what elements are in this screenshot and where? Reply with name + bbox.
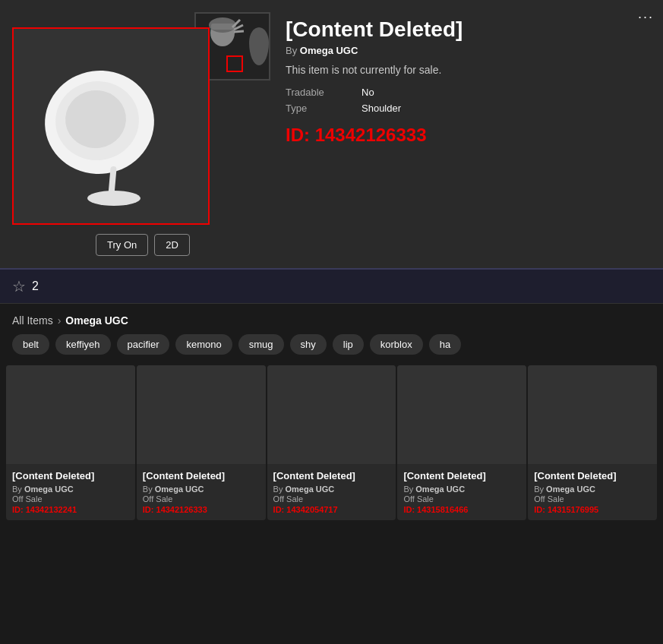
catalog-item-info-2: [Content Deleted] By Omega UGC Off Sale … (267, 464, 396, 520)
red-highlight-box (226, 55, 243, 72)
catalog-item-title-1: [Content Deleted] (143, 470, 260, 483)
favorites-count: 2 (32, 279, 39, 293)
catalog-item-image-3 (397, 365, 526, 464)
favorites-row: ☆ 2 (0, 270, 663, 304)
catalog-item-title-0: [Content Deleted] (12, 470, 129, 483)
catalog-item-image-2 (267, 365, 396, 464)
item-info-panel: [Content Deleted] By Omega UGC This item… (286, 12, 651, 256)
catalog-item-info-1: [Content Deleted] By Omega UGC Off Sale … (137, 464, 266, 520)
item-title: [Content Deleted] (286, 18, 651, 42)
catalog-item-0[interactable]: [Content Deleted] By Omega UGC Off Sale … (6, 365, 135, 520)
item-preview-panel: Try On 2D (12, 12, 270, 256)
tradable-row: Tradable No (286, 87, 651, 98)
2d-view-button[interactable]: 2D (154, 234, 190, 256)
catalog-item-by-4: By Omega UGC (534, 485, 651, 494)
tag-pacifier[interactable]: pacifier (117, 334, 170, 355)
catalog-item-info-3: [Content Deleted] By Omega UGC Off Sale … (397, 464, 526, 520)
tag-keffiyeh[interactable]: keffiyeh (55, 334, 111, 355)
breadcrumb: All Items › Omega UGC (0, 304, 663, 334)
more-options-button[interactable]: ··· (638, 9, 654, 25)
svg-line-5 (234, 31, 244, 32)
catalog-item-id-1: ID: 14342126333 (143, 505, 260, 514)
catalog-item-status-2: Off Sale (273, 494, 390, 504)
catalog-item-status-0: Off Sale (12, 494, 129, 504)
item-creator: By Omega UGC (286, 45, 651, 56)
catalog-item-title-3: [Content Deleted] (403, 470, 520, 483)
tag-lip[interactable]: lip (333, 334, 364, 355)
catalog-item-status-4: Off Sale (534, 494, 651, 504)
catalog-item-image-4 (528, 365, 657, 464)
tag-belt[interactable]: belt (12, 334, 49, 355)
type-label: Type (286, 103, 346, 114)
item-id-text: ID: 14342126333 (286, 125, 651, 146)
catalog-item-image-1 (137, 365, 266, 464)
catalog-item-status-1: Off Sale (143, 494, 260, 504)
tag-ha[interactable]: ha (429, 334, 461, 355)
tradable-value: No (361, 87, 374, 98)
catalog-item-info-4: [Content Deleted] By Omega UGC Off Sale … (528, 464, 657, 520)
breadcrumb-all-items[interactable]: All Items (12, 314, 53, 327)
catalog-item-info-0: [Content Deleted] By Omega UGC Off Sale … (6, 464, 135, 520)
catalog-item-id-4: ID: 14315176995 (534, 505, 651, 514)
catalog-item-3[interactable]: [Content Deleted] By Omega UGC Off Sale … (397, 365, 526, 520)
catalog-item-by-2: By Omega UGC (273, 485, 390, 494)
catalog-item-id-2: ID: 14342054717 (273, 505, 390, 514)
breadcrumb-separator: › (58, 314, 62, 327)
catalog-item-2[interactable]: [Content Deleted] By Omega UGC Off Sale … (267, 365, 396, 520)
sale-status-text: This item is not currently for sale. (286, 64, 651, 76)
tradable-label: Tradable (286, 87, 346, 98)
catalog-item-by-3: By Omega UGC (403, 485, 520, 494)
view-controls-row: Try On 2D (12, 234, 270, 256)
try-on-button[interactable]: Try On (96, 234, 148, 256)
tag-kemono[interactable]: kemono (175, 334, 232, 355)
svg-rect-2 (211, 24, 234, 30)
type-value: Shoulder (361, 103, 401, 114)
catalog-item-4[interactable]: [Content Deleted] By Omega UGC Off Sale … (528, 365, 657, 520)
catalog-item-title-2: [Content Deleted] (273, 470, 390, 483)
item-3d-preview-icon (35, 39, 187, 213)
tag-smug[interactable]: smug (238, 334, 284, 355)
catalog-item-status-3: Off Sale (403, 494, 520, 504)
breadcrumb-current: Omega UGC (65, 314, 128, 327)
tags-row: belt keffiyeh pacifier kemono smug shy l… (0, 334, 663, 365)
main-item-image (12, 27, 210, 225)
catalog-section: All Items › Omega UGC belt keffiyeh paci… (0, 304, 663, 520)
star-icon[interactable]: ☆ (12, 277, 26, 295)
catalog-item-1[interactable]: [Content Deleted] By Omega UGC Off Sale … (137, 365, 266, 520)
catalog-item-image-0 (6, 365, 135, 464)
svg-point-10 (87, 191, 140, 206)
catalog-item-by-0: By Omega UGC (12, 485, 129, 494)
catalog-item-title-4: [Content Deleted] (534, 470, 651, 483)
catalog-items-grid: [Content Deleted] By Omega UGC Off Sale … (0, 365, 663, 520)
catalog-item-id-0: ID: 14342132241 (12, 505, 129, 514)
item-detail-section: ··· (0, 0, 663, 270)
type-row: Type Shoulder (286, 103, 651, 114)
catalog-item-id-3: ID: 14315816466 (403, 505, 520, 514)
creator-name: Omega UGC (300, 45, 358, 56)
catalog-item-by-1: By Omega UGC (143, 485, 260, 494)
tag-korblox[interactable]: korblox (370, 334, 423, 355)
tag-shy[interactable]: shy (290, 334, 327, 355)
